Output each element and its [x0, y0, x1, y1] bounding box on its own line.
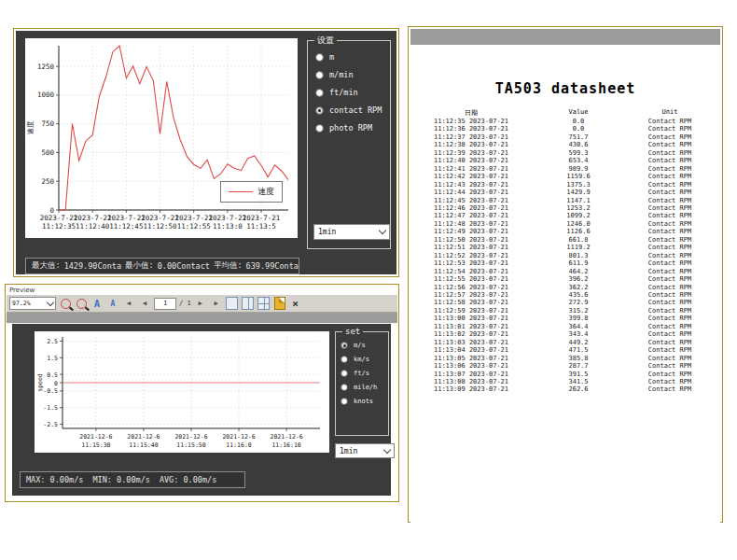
radio-option-km-s[interactable]: km/s [341, 356, 377, 363]
two-page-icon [242, 297, 254, 310]
zoom-level-combobox[interactable]: 97.2% [9, 297, 56, 310]
svg-text:-0.5: -0.5 [43, 387, 58, 395]
svg-text:2.5: 2.5 [47, 338, 58, 345]
radio-option-photo-rpm[interactable]: photo RPM [315, 123, 382, 133]
zoom-out-icon [61, 299, 71, 309]
svg-text:2021-12-6: 2021-12-6 [79, 433, 112, 441]
datasheet-row: 11:12:55 2023-07-21396.2Contact RPM [410, 275, 720, 283]
datasheet-row: 11:12:51 2023-07-211119.2Contact RPM [410, 244, 720, 251]
max-group: MAX: 0.00m/s [26, 475, 83, 484]
zoom-level-value: 97.2% [12, 300, 31, 307]
svg-text:11:12:45: 11:12:45 [109, 222, 143, 231]
datasheet-row: 11:12:58 2023-07-21272.9Contact RPM [410, 299, 720, 306]
interval-dropdown[interactable]: 1min [313, 224, 390, 240]
svg-text:2023-7-21: 2023-7-21 [40, 214, 78, 222]
text-size-small-button[interactable]: A [106, 297, 119, 310]
datasheet-header-strip [410, 29, 720, 45]
datasheet-row: 11:12:49 2023-07-211126.6Contact RPM [410, 228, 720, 235]
svg-text:11:15:40: 11:15:40 [129, 441, 158, 449]
svg-text:2023-7-21: 2023-7-21 [107, 214, 146, 222]
rpm-chart-svg: 0250500750100012502023-7-2111:12:352023-… [25, 38, 298, 238]
svg-text:2023-7-21: 2023-7-21 [174, 214, 213, 222]
svg-text:1250: 1250 [37, 63, 55, 71]
datasheet-row: 11:12:57 2023-07-21435.6Contact RPM [410, 291, 720, 299]
svg-text:speed: speed [36, 373, 44, 392]
datasheet-row: 11:13:03 2023-07-21449.2Contact RPM [410, 339, 720, 346]
datasheet-row: 11:12:37 2023-07-21751.7Contact RPM [410, 133, 720, 141]
svg-text:11:13:5: 11:13:5 [246, 222, 276, 231]
text-size-large-button[interactable]: A [90, 297, 104, 310]
preview-page: 2.51.50.50-0.5-1.5-2.52021-12-611:15:302… [7, 323, 397, 501]
datasheet-row: 11:12:48 2023-07-211246.0Contact RPM [410, 220, 720, 228]
zoom-in-button[interactable] [75, 297, 88, 310]
radio-icon [315, 89, 324, 97]
svg-text:-1.5: -1.5 [43, 404, 58, 412]
radio-label: photo RPM [329, 123, 372, 133]
datasheet-row: 11:12:59 2023-07-21315.2Contact RPM [410, 307, 720, 315]
radio-option-ft-min[interactable]: ft/min [315, 88, 382, 97]
close-preview-button[interactable]: × [289, 297, 302, 310]
svg-text:0.5: 0.5 [47, 371, 58, 379]
zoom-out-button[interactable] [59, 297, 72, 310]
speed-chart-svg: 2.51.50.50-0.5-1.5-2.52021-12-611:15:302… [35, 331, 329, 453]
radio-icon [315, 53, 324, 62]
page-setup-button[interactable] [273, 297, 286, 310]
radio-option-knots[interactable]: knots [341, 398, 377, 405]
svg-text:11:12:50: 11:12:50 [143, 222, 177, 231]
chevron-down-icon [47, 298, 54, 305]
datasheet-row: 11:12:47 2023-07-211099.2Contact RPM [410, 212, 720, 219]
rpm-chart: 0250500750100012502023-7-2111:12:352023-… [25, 38, 298, 238]
stats-statusbar: MAX: 0.00m/s MIN: 0.00m/s AVG: 0.00m/s [20, 471, 245, 488]
column-header-date: 日期 [410, 108, 532, 118]
datasheet-row: 11:13:07 2023-07-21391.5Contact RPM [410, 371, 720, 378]
chart-legend: 速度 [220, 181, 283, 203]
svg-text:速度: 速度 [26, 120, 35, 135]
radio-option-m-min[interactable]: m/min [315, 70, 382, 79]
datasheet-row: 11:12:52 2023-07-21801.3Contact RPM [410, 252, 720, 259]
radio-option-ft-s[interactable]: ft/s [341, 370, 377, 377]
chevron-down-icon [379, 227, 386, 234]
svg-text:2023-7-21: 2023-7-21 [243, 214, 281, 222]
avg-value: 639.99Contac [246, 261, 299, 271]
svg-text:11:15:50: 11:15:50 [176, 441, 205, 449]
single-page-view-button[interactable] [226, 297, 239, 310]
radio-icon [341, 356, 348, 363]
svg-text:11:16:10: 11:16:10 [271, 441, 300, 449]
preview-window: Preview 97.2% A A ◀ ◀ 1 / 1 ▶ ▶ × 2.51.5… [5, 284, 399, 502]
first-page-button[interactable]: ◀ [122, 297, 135, 310]
two-page-view-button[interactable] [242, 297, 255, 310]
interval-value: 1min [318, 228, 336, 236]
preview-margin-strip [7, 313, 397, 323]
radio-option-contact-rpm[interactable]: contact RPM [315, 105, 382, 115]
radio-label: mile/h [354, 384, 377, 391]
svg-text:11:13:0: 11:13:0 [213, 222, 243, 231]
min-value: 0.00Contact [158, 261, 210, 271]
radio-label: m/s [354, 342, 366, 349]
radio-option-m-s[interactable]: m/s [341, 342, 377, 349]
multi-page-view-button[interactable] [257, 297, 271, 310]
interval-dropdown[interactable]: 1min [335, 443, 395, 458]
datasheet-row: 11:12:45 2023-07-211147.1Contact RPM [410, 197, 720, 204]
radio-option-m[interactable]: m [315, 52, 382, 62]
radio-label: knots [354, 398, 373, 405]
avg-label: 平均值: [214, 260, 243, 272]
last-page-button[interactable]: ▶ [210, 297, 223, 310]
radio-icon [341, 384, 348, 391]
column-header-unit: Unit [625, 108, 715, 118]
legend-line-sample [229, 191, 253, 192]
svg-text:-2.5: -2.5 [43, 421, 58, 428]
column-header-value: Value [532, 108, 625, 118]
radio-label: m [329, 52, 334, 62]
next-page-button[interactable]: ▶ [194, 297, 207, 310]
radio-label: ft/s [354, 370, 369, 377]
svg-text:11:15:30: 11:15:30 [81, 441, 110, 449]
avg-group: AVG: 0.00m/s [160, 475, 216, 484]
radio-option-mile-h[interactable]: mile/h [341, 384, 377, 391]
datasheet-rows: 11:12:35 2023-07-210.0Contact RPM11:12:3… [410, 118, 720, 394]
page-number-input[interactable]: 1 [154, 298, 176, 310]
tachometer-panel: 0250500750100012502023-7-2111:12:352023-… [16, 31, 396, 274]
previous-page-button[interactable]: ◀ [138, 297, 151, 310]
datasheet-row: 11:13:02 2023-07-21343.4Contact RPM [410, 330, 720, 338]
stats-statusbar: 最大值: 1429.90Conta 最小值: 0.00Contact 平均值: … [25, 258, 299, 274]
speed-chart: 2.51.50.50-0.5-1.5-2.52021-12-611:15:302… [35, 331, 329, 453]
